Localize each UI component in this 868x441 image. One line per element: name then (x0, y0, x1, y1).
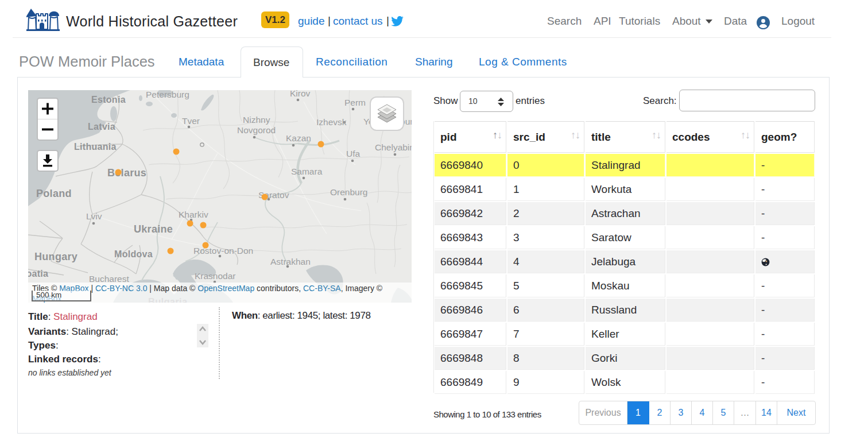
svg-text:Krasnodar: Krasnodar (195, 271, 236, 281)
svg-text:Izhevsk: Izhevsk (316, 117, 347, 127)
svg-text:Astrakhan: Astrakhan (270, 257, 311, 266)
svg-text:Rostov-on-Don: Rostov-on-Don (193, 246, 253, 256)
svg-text:Hungary: Hungary (34, 251, 78, 262)
svg-text:Lithuania: Lithuania (74, 142, 117, 152)
svg-text:Tver: Tver (182, 116, 200, 126)
svg-text:Samara: Samara (291, 167, 323, 176)
svg-text:Kharkiv: Kharkiv (179, 210, 208, 219)
svg-text:Novgorod: Novgorod (237, 125, 276, 135)
svg-text:Lviv: Lviv (86, 211, 102, 221)
svg-text:Poland: Poland (36, 188, 72, 199)
svg-text:Moldova: Moldova (114, 249, 153, 259)
svg-text:Latvia: Latvia (88, 122, 115, 131)
svg-text:Petersburg: Petersburg (146, 90, 189, 99)
svg-text:Chelyabinsk: Chelyabinsk (375, 142, 412, 152)
svg-text:Estonia: Estonia (91, 95, 126, 105)
svg-text:Kazan: Kazan (286, 133, 311, 143)
svg-text:Croatia: Croatia (28, 269, 48, 278)
svg-text:Belarus: Belarus (107, 167, 146, 179)
svg-text:Nizhny: Nizhny (243, 115, 270, 125)
svg-text:Ukraine: Ukraine (134, 223, 173, 235)
svg-text:Perm: Perm (344, 98, 366, 107)
svg-text:Orenburg: Orenburg (330, 187, 367, 197)
svg-text:Kirov: Kirov (290, 90, 311, 98)
svg-text:Ufa: Ufa (346, 149, 361, 158)
